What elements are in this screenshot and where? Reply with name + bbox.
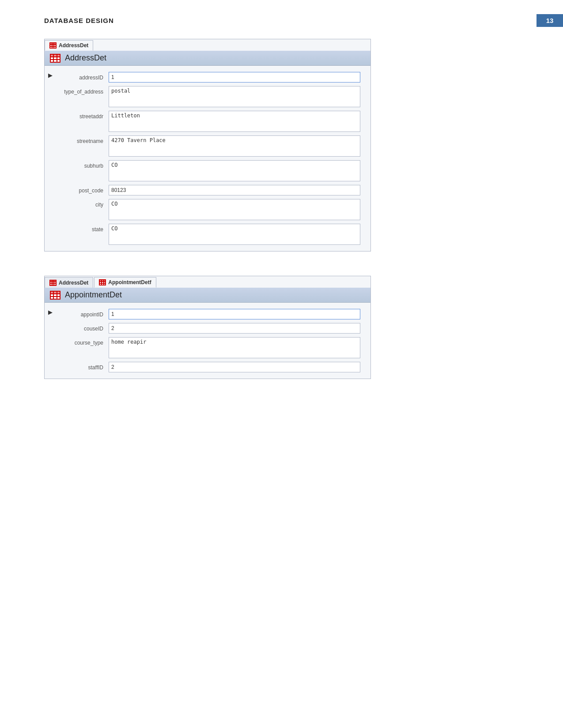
input-wrap-subhurb: CO (109, 160, 362, 181)
input-wrap-staffID (109, 362, 362, 372)
form-row-course-type: course_type home reapir (45, 335, 370, 360)
input-subhurb[interactable]: CO (109, 160, 360, 181)
panel2-title: AppointmentDet (65, 290, 122, 300)
input-staffID[interactable] (109, 362, 360, 372)
form-row-subhurb: subhurb CO (45, 158, 370, 183)
form-row-post-code: post_code (45, 183, 370, 197)
input-streetname[interactable]: 4270 Tavern Place (109, 135, 360, 157)
panel2-header: AppointmentDet (45, 288, 370, 303)
label-course-type: course_type (60, 337, 109, 346)
form-row-staffID: staffID (45, 360, 370, 374)
input-couseID[interactable] (109, 323, 360, 334)
input-wrap-city: CO (109, 199, 362, 220)
input-wrap-post-code (109, 185, 362, 195)
input-wrap-state: CO (109, 224, 362, 245)
tab-row-2: AddressDet AppointmentDetf (45, 276, 370, 288)
form-row-addressID: addressID (45, 70, 370, 84)
input-appointID[interactable] (109, 309, 360, 319)
label-couseID: couseID (60, 323, 109, 332)
tab-address-det-1[interactable]: AddressDet (45, 40, 93, 51)
table-icon-3 (99, 279, 106, 285)
form-row-city: city CO (45, 197, 370, 222)
input-addressID[interactable] (109, 72, 360, 83)
tab-address-det-2[interactable]: AddressDet (45, 277, 93, 288)
label-subhurb: subhurb (60, 160, 109, 169)
form-row-streetaddr: streetaddr Littleton (45, 109, 370, 134)
panel1-body: ▶ addressID type_of_address postal stree… (45, 66, 370, 251)
form-row-type-of-address: type_of_address postal (45, 84, 370, 109)
form-row-couseID: couseID (45, 321, 370, 335)
panel2-body: ▶ appointID couseID course_type home rea… (45, 303, 370, 379)
input-streetaddr[interactable]: Littleton (109, 111, 360, 132)
input-wrap-streetaddr: Littleton (109, 111, 362, 132)
input-post-code[interactable] (109, 185, 360, 195)
page-header: DATABASE DESIGN (44, 17, 114, 24)
form-row-appointID: appointID (45, 307, 370, 321)
input-wrap-couseID (109, 323, 362, 334)
form-row-streetname: streetname 4270 Tavern Place (45, 134, 370, 158)
panel1-header-icon (50, 54, 60, 63)
appointment-det-panel: AddressDet AppointmentDetf AppointmentDe… (44, 276, 371, 379)
page-number: 13 (537, 14, 563, 27)
form-row-state: state CO (45, 222, 370, 247)
tab-row-1: AddressDet (45, 39, 370, 51)
panel1-title: AddressDet (65, 53, 106, 63)
label-streetaddr: streetaddr (60, 111, 109, 120)
label-state: state (60, 224, 109, 233)
input-wrap-streetname: 4270 Tavern Place (109, 135, 362, 157)
input-wrap-course-type: home reapir (109, 337, 362, 358)
label-streetname: streetname (60, 135, 109, 144)
panel2-header-icon (50, 291, 60, 300)
input-city[interactable]: CO (109, 199, 360, 220)
input-state[interactable]: CO (109, 224, 360, 245)
input-type-of-address[interactable]: postal (109, 86, 360, 107)
label-city: city (60, 199, 109, 208)
label-appointID: appointID (60, 309, 109, 318)
row-indicator-1: ▶ (48, 72, 53, 79)
input-wrap-type-of-address: postal (109, 86, 362, 107)
tab-label-appointment: AppointmentDetf (108, 279, 151, 285)
table-icon-2 (49, 280, 57, 286)
table-icon (49, 42, 57, 49)
input-wrap-appointID (109, 309, 362, 319)
input-course-type[interactable]: home reapir (109, 337, 360, 358)
row-indicator-2: ▶ (48, 309, 53, 315)
label-type-of-address: type_of_address (60, 86, 109, 95)
tab-label: AddressDet (59, 42, 88, 49)
tab-label-address: AddressDet (59, 280, 88, 286)
label-staffID: staffID (60, 362, 109, 371)
tab-appointment-det[interactable]: AppointmentDetf (94, 277, 156, 288)
panel1-header: AddressDet (45, 51, 370, 66)
label-addressID: addressID (60, 72, 109, 81)
label-post-code: post_code (60, 185, 109, 194)
input-wrap-addressID (109, 72, 362, 83)
address-det-panel: AddressDet AddressDet ▶ addressID type_o… (44, 39, 371, 251)
